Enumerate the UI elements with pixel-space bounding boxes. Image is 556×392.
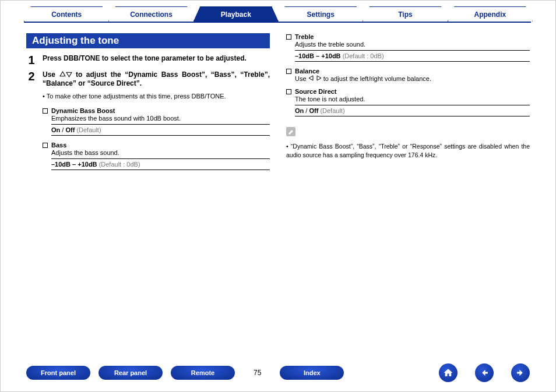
item-desc: Adjusts the bass sound. xyxy=(51,149,270,156)
step2-post: to adjust the “Dynamic Bass Boost”, “Bas… xyxy=(43,70,270,87)
balance-pre: Use xyxy=(295,75,308,82)
tab-connections[interactable]: Connections xyxy=(108,6,193,22)
item-desc: The tone is not adjusted. xyxy=(295,96,530,103)
tab-contents[interactable]: Contents xyxy=(24,6,109,22)
item-bass: Bass Adjusts the bass sound. –10dB – +10… xyxy=(43,142,270,170)
prev-button[interactable] xyxy=(475,363,494,382)
left-column: Adjusting the tone 1 Press DBB/TONE to s… xyxy=(26,33,270,170)
item-dynamic-bass-boost: Dynamic Bass Boost Emphasizes the bass s… xyxy=(43,107,270,136)
item-value: On / Off (Default) xyxy=(295,105,530,116)
remote-button[interactable]: Remote xyxy=(171,366,235,380)
item-name: Balance xyxy=(295,68,319,75)
step-2: 2 Use to adjust the “Dynamic Bass Boost”… xyxy=(26,70,270,87)
box-icon xyxy=(286,34,291,40)
item-desc: Adjusts the treble sound. xyxy=(295,41,530,48)
sub-bullet-text: To make other tone adjustments at this t… xyxy=(47,93,226,100)
item-value: –10dB – +10dB (Default : 0dB) xyxy=(295,50,530,62)
item-desc: Use to adjust the left/right volume bala… xyxy=(295,75,530,82)
item-name: Dynamic Bass Boost xyxy=(51,107,115,114)
down-triangle-icon xyxy=(66,71,72,79)
left-triangle-icon xyxy=(308,75,314,82)
footer-bar: Front panel Rear panel Remote 75 Index xyxy=(1,363,555,382)
box-icon xyxy=(286,89,291,94)
item-name: Source Direct xyxy=(295,88,337,95)
right-column: Treble Adjusts the treble sound. –10dB –… xyxy=(286,33,530,170)
tab-settings[interactable]: Settings xyxy=(278,6,363,22)
tab-appendix[interactable]: Appendix xyxy=(448,6,533,22)
manual-page: Contents Connections Playback Settings T… xyxy=(0,0,556,392)
home-button[interactable] xyxy=(439,363,458,382)
box-icon xyxy=(286,69,291,74)
step-text: Press DBB/TONE to select the tone parame… xyxy=(43,54,270,66)
page-number: 75 xyxy=(254,369,261,377)
rear-panel-button[interactable]: Rear panel xyxy=(98,366,163,380)
item-source-direct: Source Direct The tone is not adjusted. … xyxy=(286,88,530,116)
front-panel-button[interactable]: Front panel xyxy=(26,366,90,380)
item-desc: Emphasizes the bass sound with 10dB boos… xyxy=(51,115,270,122)
page-body: Adjusting the tone 1 Press DBB/TONE to s… xyxy=(1,26,555,170)
balance-post: to adjust the left/right volume balance. xyxy=(322,75,431,82)
sub-bullet: • To make other tone adjustments at this… xyxy=(43,92,270,101)
item-value: –10dB – +10dB (Default : 0dB) xyxy=(51,158,270,170)
arrow-right-icon xyxy=(515,368,526,378)
box-icon xyxy=(43,143,48,148)
step-1: 1 Press DBB/TONE to select the tone para… xyxy=(26,54,270,66)
tab-playback[interactable]: Playback xyxy=(193,6,279,22)
tab-tips[interactable]: Tips xyxy=(363,6,448,22)
section-title: Adjusting the tone xyxy=(26,33,270,48)
home-icon xyxy=(443,368,453,378)
arrow-left-icon xyxy=(479,368,490,378)
up-triangle-icon xyxy=(59,71,66,79)
item-treble: Treble Adjusts the treble sound. –10dB –… xyxy=(286,33,530,62)
note-block xyxy=(286,127,530,136)
pencil-icon xyxy=(286,127,295,136)
item-balance: Balance Use to adjust the left/right vol… xyxy=(286,68,530,82)
item-value: On / Off (Default) xyxy=(51,124,270,136)
step-text: Use to adjust the “Dynamic Bass Boost”, … xyxy=(43,70,270,87)
box-icon xyxy=(43,108,48,114)
item-name: Treble xyxy=(295,33,314,40)
step2-pre: Use xyxy=(43,70,59,79)
tab-underline xyxy=(24,22,531,23)
step-number: 2 xyxy=(26,70,37,87)
step-number: 1 xyxy=(26,54,37,66)
note-text: • “Dynamic Bass Boost”, “Bass”, “Treble”… xyxy=(286,142,530,160)
item-name: Bass xyxy=(51,142,66,149)
index-button[interactable]: Index xyxy=(280,366,344,380)
next-button[interactable] xyxy=(511,363,530,382)
right-triangle-icon xyxy=(316,75,322,82)
note-text-span: “Dynamic Bass Boost”, “Bass”, “Treble” o… xyxy=(286,143,530,158)
